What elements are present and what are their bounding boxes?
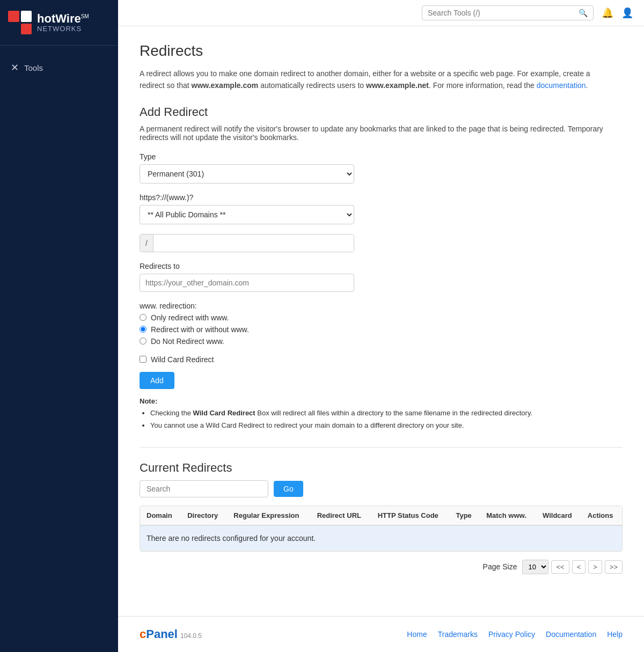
col-match-www: Match www. <box>480 506 536 525</box>
www-radio-group: Only redirect with www. Redirect with or… <box>140 313 623 346</box>
search-bar[interactable]: 🔍 <box>422 5 594 20</box>
wildcard-group: Wild Card Redirect <box>140 355 623 364</box>
note-item-1: Checking the Wild Card Redirect Box will… <box>150 408 623 419</box>
documentation-link[interactable]: documentation <box>537 81 586 90</box>
www-group: www. redirection: Only redirect with www… <box>140 302 623 346</box>
note-item-2: You cannot use a Wild Card Redirect to r… <box>150 420 623 431</box>
page-size-label: Page Size <box>483 562 517 571</box>
page-content: Redirects A redirect allows you to make … <box>118 26 644 616</box>
path-input[interactable] <box>153 235 354 252</box>
table-body: There are no redirects configured for yo… <box>140 525 622 551</box>
col-regex: Regular Expression <box>227 506 310 525</box>
col-actions: Actions <box>581 506 622 525</box>
pagination-row: Page Size 10 << < > >> <box>140 560 623 574</box>
www-option-with-or-without[interactable]: Redirect with or without www. <box>140 325 623 334</box>
current-redirects-search-row: Go <box>140 480 623 497</box>
footer-link-home[interactable]: Home <box>407 630 427 639</box>
path-group: / <box>140 234 623 252</box>
add-redirect-description: A permanent redirect will notify the vis… <box>140 124 623 142</box>
footer-link-documentation[interactable]: Documentation <box>546 630 596 639</box>
logo-icon <box>8 11 32 34</box>
cpanel-logo: cPanel 104.0.5 <box>140 627 202 641</box>
pagination-last-button[interactable]: >> <box>605 560 623 574</box>
path-slash: / <box>140 235 153 252</box>
go-button[interactable]: Go <box>274 481 303 497</box>
domain-group: https?://(www.)? ** All Public Domains *… <box>140 193 623 224</box>
col-wildcard: Wildcard <box>536 506 581 525</box>
www-radio-do-not[interactable] <box>140 338 147 345</box>
footer-links: Home Trademarks Privacy Policy Documenta… <box>407 630 623 639</box>
footer: cPanel 104.0.5 Home Trademarks Privacy P… <box>118 616 644 652</box>
brand-panel: Panel <box>146 627 178 641</box>
www-option-only-label: Only redirect with www. <box>151 313 229 322</box>
col-directory: Directory <box>181 506 227 525</box>
cpanel-brand: cPanel <box>140 627 178 641</box>
add-button[interactable]: Add <box>140 372 174 389</box>
no-redirects-row: There are no redirects configured for yo… <box>140 525 622 551</box>
redirects-to-label: Redirects to <box>140 262 623 270</box>
no-redirects-message: There are no redirects configured for yo… <box>140 525 622 551</box>
col-type: Type <box>449 506 480 525</box>
redirects-to-group: Redirects to <box>140 262 623 292</box>
notification-icon[interactable]: 🔔 <box>602 7 613 19</box>
note-label: Note: <box>140 397 157 405</box>
www-option-do-not[interactable]: Do Not Redirect www. <box>140 337 623 346</box>
col-http-status: HTTP Status Code <box>371 506 450 525</box>
logo-hotwire: hotWireSM <box>37 13 89 25</box>
type-select[interactable]: Permanent (301) <box>140 164 354 184</box>
page-title: Redirects <box>140 42 623 60</box>
add-redirect-title: Add Redirect <box>140 105 623 119</box>
current-redirects-search-input[interactable] <box>140 480 268 497</box>
www-option-with-or-without-label: Redirect with or without www. <box>151 325 249 334</box>
table-header: Domain Directory Regular Expression Redi… <box>140 506 622 525</box>
page-description: A redirect allows you to make one domain… <box>140 68 601 92</box>
main-content: 🔍 🔔 👤 Redirects A redirect allows you to… <box>118 0 644 652</box>
col-redirect-url: Redirect URL <box>311 506 371 525</box>
search-input[interactable] <box>428 9 579 17</box>
topbar: 🔍 🔔 👤 <box>118 0 644 26</box>
col-domain: Domain <box>140 506 181 525</box>
redirects-table: Domain Directory Regular Expression Redi… <box>140 506 622 551</box>
page-size-select[interactable]: 10 <box>522 560 548 574</box>
www-option-only[interactable]: Only redirect with www. <box>140 313 623 322</box>
wildcard-label[interactable]: Wild Card Redirect <box>151 355 214 364</box>
sidebar: hotWireSM NETWORKS ✕ Tools <box>0 0 118 652</box>
cpanel-version: 104.0.5 <box>180 632 202 640</box>
pagination-next-button[interactable]: > <box>588 560 602 574</box>
redirects-to-input[interactable] <box>140 274 354 292</box>
pagination-prev-button[interactable]: < <box>572 560 586 574</box>
www-radio-only[interactable] <box>140 314 147 321</box>
www-radio-with-or-without[interactable] <box>140 326 147 333</box>
path-row: / <box>140 234 354 252</box>
domain-select[interactable]: ** All Public Domains ** <box>140 205 354 224</box>
www-label: www. redirection: <box>140 302 623 310</box>
user-icon[interactable]: 👤 <box>621 7 633 19</box>
type-label: Type <box>140 152 623 161</box>
www-option-do-not-label: Do Not Redirect www. <box>151 337 224 346</box>
footer-link-trademarks[interactable]: Trademarks <box>438 630 478 639</box>
wildcard-checkbox[interactable] <box>140 356 147 363</box>
sidebar-navigation: ✕ Tools <box>0 46 118 90</box>
logo-networks: NETWORKS <box>37 25 89 33</box>
sidebar-logo: hotWireSM NETWORKS <box>0 0 118 46</box>
pagination-first-button[interactable]: << <box>551 560 569 574</box>
brand-c: c <box>140 627 146 641</box>
sidebar-item-label: Tools <box>24 63 43 72</box>
tools-icon: ✕ <box>11 62 19 74</box>
search-icon: 🔍 <box>579 9 588 17</box>
sidebar-item-tools[interactable]: ✕ Tools <box>0 56 118 79</box>
current-redirects-title: Current Redirects <box>140 461 623 475</box>
redirects-table-wrapper: Domain Directory Regular Expression Redi… <box>140 506 623 552</box>
note-section: Note: Checking the Wild Card Redirect Bo… <box>140 397 623 431</box>
footer-link-help[interactable]: Help <box>607 630 623 639</box>
footer-link-privacy[interactable]: Privacy Policy <box>488 630 535 639</box>
current-redirects-section: Current Redirects Go Domain Directory Re… <box>140 461 623 574</box>
type-group: Type Permanent (301) <box>140 152 623 184</box>
domain-label: https?://(www.)? <box>140 193 623 202</box>
